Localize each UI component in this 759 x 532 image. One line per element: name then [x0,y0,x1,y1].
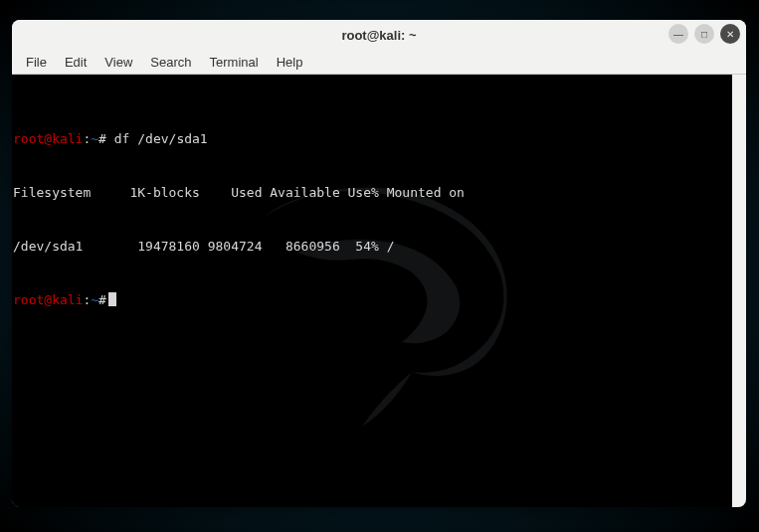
prompt-user: root@kali [13,292,83,307]
terminal-output-row: /dev/sda1 19478160 9804724 8660956 54% / [13,238,731,256]
window-title: root@kali: ~ [341,28,416,43]
terminal-window: root@kali: ~ — □ ✕ File Edit View Search… [12,20,746,507]
menu-search[interactable]: Search [142,52,199,73]
close-icon: ✕ [726,29,734,40]
prompt-user: root@kali [13,131,83,146]
command-text: df /dev/sda1 [114,131,208,146]
close-button[interactable]: ✕ [720,24,740,44]
prompt-path: ~ [91,131,98,146]
maximize-icon: □ [701,29,707,40]
menu-edit[interactable]: Edit [57,52,95,73]
terminal-line-prompt: root@kali:~# [13,291,731,309]
terminal-output-header: Filesystem 1K-blocks Used Available Use%… [13,184,731,202]
menu-help[interactable]: Help [269,52,311,73]
minimize-button[interactable]: — [668,24,688,44]
menu-view[interactable]: View [96,52,140,73]
menu-terminal[interactable]: Terminal [202,52,267,73]
titlebar-buttons: — □ ✕ [668,24,740,44]
terminal-line-1: root@kali:~# df /dev/sda1 [13,130,731,148]
terminal-area: root@kali:~# df /dev/sda1 Filesystem 1K-… [12,75,746,507]
prompt-symbol: # [98,131,106,146]
prompt-symbol: # [98,292,106,307]
cursor [108,292,116,306]
titlebar[interactable]: root@kali: ~ — □ ✕ [12,20,746,50]
scrollbar[interactable] [732,75,746,507]
menu-file[interactable]: File [18,52,55,73]
prompt-path: ~ [91,292,98,307]
terminal[interactable]: root@kali:~# df /dev/sda1 Filesystem 1K-… [12,75,732,507]
minimize-icon: — [673,29,683,40]
menubar: File Edit View Search Terminal Help [12,50,746,75]
maximize-button[interactable]: □ [694,24,714,44]
